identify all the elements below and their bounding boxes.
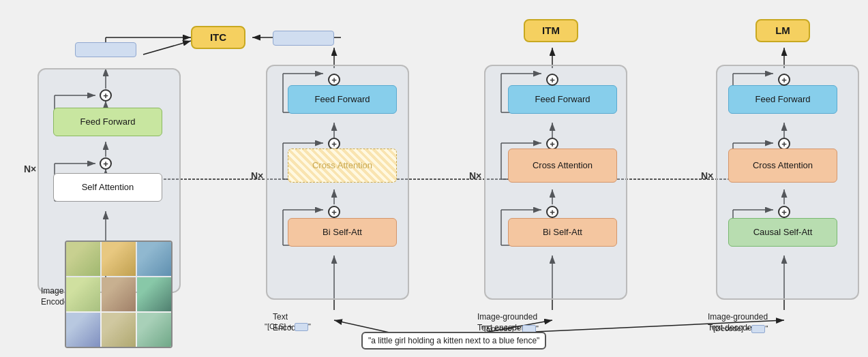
itm-cross-att: Cross Attention bbox=[508, 149, 617, 183]
svg-line-13 bbox=[143, 41, 191, 55]
text-encoder-nx: N× bbox=[251, 170, 263, 181]
text-encoder-plus-ff: + bbox=[328, 74, 340, 86]
image-grid bbox=[65, 240, 173, 348]
itm-ff: Feed Forward bbox=[508, 85, 617, 114]
img-cell-2 bbox=[102, 242, 136, 276]
text-encoder-ff: Feed Forward bbox=[288, 85, 397, 114]
image-encoder-plus-sa: + bbox=[100, 157, 112, 170]
img-cell-8 bbox=[102, 313, 136, 347]
text-encoder-token: "[CLS] + " bbox=[265, 322, 311, 331]
img-cell-4 bbox=[66, 277, 100, 311]
itm-plus-ff: + bbox=[546, 74, 558, 86]
lm-nx: N× bbox=[701, 170, 713, 181]
text-encoder-bi-self-att: Bi Self-Att bbox=[288, 218, 397, 247]
itc-label: ITC bbox=[191, 26, 245, 49]
lm-token: "[Decode] + " bbox=[710, 324, 768, 333]
lm-plus-ff: + bbox=[778, 74, 790, 86]
text-encoder-cross-att: Cross Attention bbox=[288, 149, 397, 183]
itm-bi-self-att: Bi Self-Att bbox=[508, 218, 617, 247]
image-encoder-output-bar bbox=[75, 42, 136, 57]
itm-plus-sa: + bbox=[546, 206, 558, 218]
image-encoder-nx: N× bbox=[24, 164, 36, 174]
itm-nx: N× bbox=[469, 170, 481, 181]
diagram: N× Feed Forward + + Self Attention Image… bbox=[0, 0, 868, 357]
image-encoder-feed-forward: Feed Forward bbox=[53, 108, 162, 136]
img-cell-1 bbox=[66, 242, 100, 276]
lm-causal-self-att: Causal Self-Att bbox=[728, 218, 837, 247]
img-cell-7 bbox=[66, 313, 100, 347]
itc-right-bar bbox=[273, 31, 334, 46]
img-cell-5 bbox=[102, 277, 136, 311]
text-encoder-plus-sa: + bbox=[328, 206, 340, 218]
image-encoder-self-att: Self Attention bbox=[53, 173, 162, 202]
lm-plus-sa: + bbox=[778, 206, 790, 218]
itm-label: ITM bbox=[524, 19, 578, 42]
sentence-box: "a little girl holding a kitten next to … bbox=[361, 332, 546, 350]
lm-ff: Feed Forward bbox=[728, 85, 837, 114]
img-cell-3 bbox=[137, 242, 171, 276]
img-cell-9 bbox=[137, 313, 171, 347]
lm-label: LM bbox=[755, 19, 810, 42]
lm-cross-att: Cross Attention bbox=[728, 149, 837, 183]
img-cell-6 bbox=[137, 277, 171, 311]
image-encoder-plus-ff: + bbox=[100, 89, 112, 102]
